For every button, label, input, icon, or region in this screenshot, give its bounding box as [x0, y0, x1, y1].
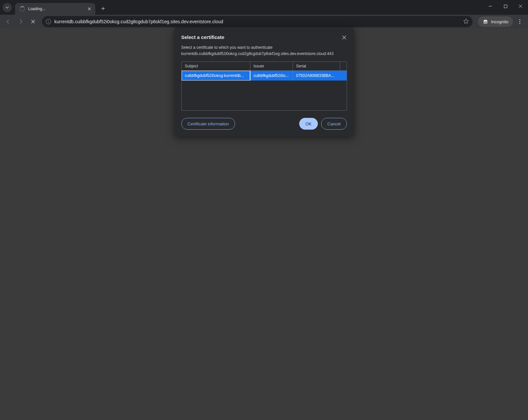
star-icon [463, 18, 469, 24]
incognito-label: Incognito [491, 19, 508, 24]
window-close-button[interactable] [513, 0, 528, 12]
incognito-indicator[interactable]: Incognito [478, 16, 513, 27]
window-controls [483, 0, 528, 12]
search-tabs-button[interactable] [3, 3, 12, 12]
forward-button[interactable] [15, 16, 26, 27]
close-icon [519, 4, 522, 8]
tab-title: Loading... [28, 7, 46, 11]
chevron-down-icon [5, 6, 9, 9]
dialog-title: Select a certificate [181, 34, 225, 40]
browser-tab[interactable]: Loading... [15, 3, 95, 15]
url-text: kurrentdb.cuibbfkgdubf52i0okcg.cud2g8cgd… [54, 19, 460, 24]
incognito-icon [482, 19, 488, 24]
ok-button[interactable]: OK [299, 118, 318, 130]
kebab-icon [519, 19, 520, 24]
browser-titlebar: Loading... [0, 0, 528, 15]
close-icon [88, 7, 91, 10]
column-subject[interactable]: Subject [182, 62, 250, 70]
back-button[interactable] [3, 16, 14, 27]
column-issuer[interactable]: Issuer [250, 62, 293, 70]
table-header: Subject Issuer Serial [182, 62, 347, 71]
certificate-info-button[interactable]: Certificate information [181, 118, 235, 130]
svg-point-3 [519, 19, 520, 20]
maximize-icon [504, 5, 507, 8]
column-serial[interactable]: Serial [293, 62, 340, 70]
cell-serial: 07502A906B33BBA... [293, 71, 347, 81]
column-spacer [340, 62, 347, 70]
stop-reload-button[interactable] [27, 16, 39, 27]
svg-rect-0 [504, 5, 507, 8]
dialog-description: Select a certificate to which you want t… [181, 45, 347, 57]
bookmark-button[interactable] [463, 18, 469, 25]
address-bar[interactable]: i kurrentdb.cuibbfkgdubf52i0okcg.cud2g8c… [42, 16, 473, 27]
svg-point-4 [519, 21, 520, 22]
loading-spinner-icon [20, 6, 25, 11]
tab-close-button[interactable] [87, 6, 92, 11]
cell-issuer: cuibbfkgdubf52i0o... [250, 71, 293, 81]
page-content: Select a certificate Select a certificat… [0, 28, 528, 420]
dialog-description-host: kurrentdb.cuibbfkgdubf52i0okcg.cud2g8cgd… [181, 51, 347, 57]
minimize-button[interactable] [483, 0, 498, 12]
certificate-table: Subject Issuer Serial cuibbfkgdubf52i0ok… [181, 62, 347, 111]
cell-subject: cuibbfkgdubf52i0okcg-kurrentdb... [182, 71, 250, 81]
svg-point-1 [484, 22, 485, 24]
browser-toolbar: i kurrentdb.cuibbfkgdubf52i0okcg.cud2g8c… [0, 15, 528, 28]
certificate-dialog: Select a certificate Select a certificat… [174, 27, 354, 136]
arrow-left-icon [5, 19, 11, 25]
minimize-icon [488, 4, 492, 8]
dialog-button-row: Certificate information OK Cancel [181, 118, 347, 130]
svg-point-2 [486, 22, 487, 24]
svg-point-5 [519, 23, 520, 24]
dialog-close-button[interactable] [341, 34, 347, 42]
browser-menu-button[interactable] [514, 16, 525, 27]
site-info-icon[interactable]: i [46, 19, 51, 24]
close-icon [342, 35, 346, 40]
arrow-right-icon [18, 19, 24, 25]
maximize-button[interactable] [498, 0, 513, 12]
plus-icon [101, 7, 105, 10]
dialog-description-line: Select a certificate to which you want t… [181, 45, 347, 51]
close-icon [31, 19, 35, 24]
certificate-row[interactable]: cuibbfkgdubf52i0okcg-kurrentdb... cuibbf… [182, 71, 347, 81]
cancel-button[interactable]: Cancel [321, 118, 347, 130]
new-tab-button[interactable] [99, 4, 108, 13]
